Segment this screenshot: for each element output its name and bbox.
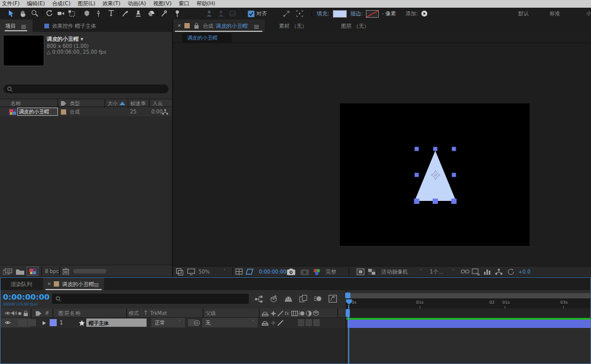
column-t[interactable]: T — [144, 311, 147, 316]
parent-pickwhip-icon[interactable] — [194, 320, 200, 326]
workspace-default[interactable]: 默认 — [518, 11, 529, 17]
column-name[interactable]: 名称 — [11, 101, 21, 106]
timeline-current-time[interactable]: 0:00:00:00 — [3, 292, 50, 301]
camera-view-select[interactable]: 活动摄像机 — [381, 269, 408, 275]
workspace-small[interactable]: 小 — [586, 11, 591, 17]
project-row-comp[interactable]: 调皮的小丑帽 合成 25 0:00 — [0, 108, 172, 116]
project-list-empty[interactable] — [0, 116, 172, 265]
puppet-pin-tool-icon[interactable] — [173, 9, 181, 18]
column-inpoint[interactable]: 入点 — [152, 101, 163, 106]
draft-3d-icon[interactable] — [269, 295, 278, 303]
timeline-h-scrollbar[interactable] — [348, 293, 590, 298]
audio-icon[interactable] — [11, 310, 17, 316]
resolution-select[interactable]: 完整 — [326, 269, 336, 275]
add-label[interactable]: 添加: — [405, 11, 418, 17]
layer-parent-select[interactable]: 无 — [206, 320, 211, 326]
align-label[interactable]: 对齐 — [256, 11, 267, 17]
view-layout-select[interactable]: 1个... — [430, 269, 443, 275]
timeline-columns-icon[interactable] — [483, 268, 492, 275]
layer-mode-select[interactable]: 正常 — [155, 320, 165, 326]
layer-name[interactable]: 帽子主体 — [89, 320, 109, 327]
fill-label[interactable]: 填充: — [317, 11, 329, 17]
motion-blur-icon[interactable] — [314, 295, 322, 303]
shy-layers-icon[interactable] — [284, 295, 293, 303]
view-layout-chevron-icon[interactable]: ˅ — [452, 269, 454, 274]
graph-editor-icon[interactable] — [329, 295, 337, 303]
text-tool-icon[interactable]: T — [107, 9, 115, 18]
snapshot-layers-icon[interactable] — [176, 268, 184, 275]
add-menu-icon[interactable] — [421, 10, 429, 18]
comp-panel-menu-icon[interactable] — [254, 25, 260, 30]
interpret-footage-icon[interactable] — [3, 268, 12, 275]
label-column-icon[interactable] — [35, 311, 42, 316]
project-search-input[interactable] — [4, 84, 168, 93]
goggles-icon[interactable] — [461, 268, 469, 275]
time-ruler[interactable]: 0s 01s 02 01s 03s — [346, 298, 590, 308]
mini-flowchart-icon[interactable] — [255, 295, 263, 303]
zoom-tool-icon[interactable] — [31, 9, 39, 18]
layer-visibility-icon[interactable] — [5, 320, 11, 325]
project-menu-icon[interactable] — [21, 25, 27, 30]
layer-parent-chevron[interactable]: ˅ — [252, 320, 254, 324]
rotation-tool-icon[interactable] — [46, 9, 54, 18]
transparency-grid-icon[interactable] — [368, 268, 376, 275]
delete-icon[interactable] — [63, 268, 69, 275]
switch-quality-icon[interactable] — [277, 310, 284, 317]
tab-comp-prefix[interactable]: 合成 — [203, 24, 213, 29]
new-folder-icon[interactable] — [16, 268, 24, 275]
stroke-px-label[interactable]: 像素 — [385, 11, 396, 17]
exposure-value[interactable]: +0.0 — [518, 269, 531, 275]
layer-switch-shy[interactable] — [262, 320, 268, 326]
column-mode[interactable]: 模式 — [129, 311, 139, 316]
switch-3d-icon[interactable] — [313, 310, 319, 317]
switch-frame-blend-icon[interactable] — [291, 310, 298, 317]
switch-adjustment-icon[interactable] — [306, 310, 312, 317]
lock-icon[interactable] — [194, 22, 199, 29]
playhead-line[interactable] — [348, 305, 349, 363]
comp-title[interactable]: 调皮的小丑帽 ▾ — [47, 37, 83, 42]
roto-brush-tool-icon[interactable] — [160, 9, 168, 18]
lock-column-icon[interactable] — [23, 310, 28, 317]
switch-collapse-icon[interactable] — [270, 310, 277, 317]
reset-exposure-icon[interactable] — [507, 268, 515, 275]
tag-icon[interactable] — [60, 100, 67, 106]
column-framerate[interactable]: 帧速率 — [131, 101, 146, 106]
node-scale-icon[interactable] — [282, 9, 291, 18]
project-row-name[interactable]: 调皮的小丑帽 — [19, 109, 49, 115]
comp-view-area[interactable] — [173, 43, 591, 266]
layer-label-swatch[interactable] — [50, 319, 57, 326]
tab-project-label[interactable]: 项目 — [5, 24, 16, 29]
layer-row[interactable]: 1 帽子主体 正常 ˅ 无 ˅ — [1, 318, 346, 328]
clone-stamp-tool-icon[interactable] — [134, 9, 142, 18]
menu-window[interactable]: 窗口 — [178, 0, 189, 8]
timeline-tab-close-icon[interactable]: ✕ — [47, 282, 51, 287]
snapshot-camera-icon[interactable] — [287, 268, 296, 275]
layer-expand-arrow[interactable] — [42, 321, 47, 326]
column-type[interactable]: 类型 — [70, 101, 80, 106]
free-transform-icon[interactable] — [296, 9, 304, 18]
menu-layer[interactable]: 图层(L) — [77, 0, 95, 8]
menu-effect[interactable]: 效果(T) — [102, 0, 121, 8]
frame-blending-icon[interactable] — [299, 295, 307, 303]
pen-tool-icon[interactable] — [95, 9, 103, 18]
tab-timeline-comp-label[interactable]: 调皮的小丑帽 — [62, 282, 94, 287]
eraser-tool-icon[interactable] — [147, 9, 155, 18]
region-of-interest-icon[interactable] — [245, 268, 254, 275]
column-size[interactable]: 大小 — [108, 101, 118, 106]
comp-subtab-label[interactable]: 调皮的小丑帽 — [187, 35, 217, 41]
menu-edit[interactable]: 编辑(E) — [27, 0, 45, 8]
new-composition-icon[interactable] — [29, 268, 37, 275]
tab-render-queue[interactable]: 渲染队列 — [11, 282, 32, 287]
pan-behind-tool-icon[interactable] — [68, 9, 76, 18]
switch-motion-blur-icon[interactable] — [298, 310, 305, 317]
align-checkbox-icon[interactable] — [247, 9, 255, 18]
comp-current-time[interactable]: 0:00:00:00 — [259, 269, 286, 275]
target-region-icon[interactable] — [356, 268, 365, 275]
brush-tool-icon[interactable] — [121, 9, 129, 18]
tab-layer[interactable]: 图层 （无） — [341, 24, 369, 29]
layer-duration-bar[interactable] — [348, 320, 590, 328]
layer-mode-chevron[interactable]: ˅ — [178, 320, 181, 324]
work-area-start-handle[interactable] — [345, 292, 350, 298]
sort-ascending-icon[interactable] — [119, 102, 125, 106]
menu-view[interactable]: 视图(V) — [153, 0, 171, 8]
